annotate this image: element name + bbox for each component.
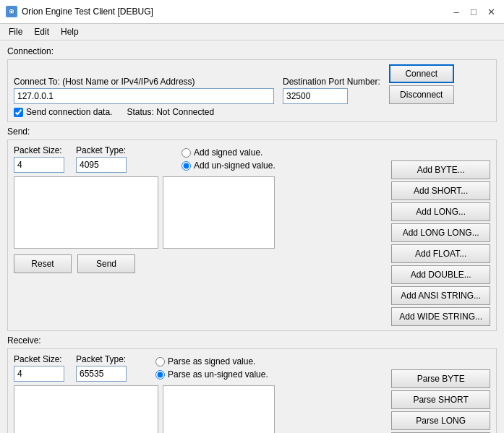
recv-textarea-right[interactable] — [163, 385, 275, 433]
add-long-long-button[interactable]: Add LONG LONG... — [391, 223, 490, 242]
add-byte-button[interactable]: Add BYTE... — [391, 160, 490, 179]
add-wide-string-button[interactable]: Add WIDE STRING... — [391, 307, 490, 326]
send-connection-checkbox[interactable] — [14, 108, 23, 117]
window-controls: – □ ✕ — [449, 4, 498, 19]
parse-long-button[interactable]: Parse LONG — [391, 411, 490, 430]
parse-byte-button[interactable]: Parse BYTE — [391, 369, 490, 388]
receive-section-label: Receive: — [7, 335, 497, 346]
app-icon: O — [6, 6, 17, 17]
svg-text:O: O — [9, 9, 14, 14]
send-reset-button[interactable]: Reset — [14, 254, 72, 273]
menu-edit[interactable]: Edit — [28, 25, 55, 38]
close-button[interactable]: ✕ — [484, 4, 498, 19]
dest-port-input[interactable] — [283, 88, 348, 104]
send-packet-type-input[interactable] — [76, 157, 127, 173]
window-title: Orion Engine Test Client [DEBUG] — [22, 7, 153, 17]
send-textarea-left[interactable] — [14, 176, 158, 249]
add-long-button[interactable]: Add LONG... — [391, 202, 490, 221]
menu-bar: File Edit Help — [0, 24, 504, 40]
disconnect-button[interactable]: Disconnect — [389, 85, 454, 104]
recv-signed-radio[interactable] — [155, 357, 165, 366]
connect-to-label: Connect To: (Host Name or IPv4/IPv6 Addr… — [14, 77, 274, 87]
send-signed-radio[interactable] — [181, 148, 191, 158]
title-bar: O Orion Engine Test Client [DEBUG] – □ ✕ — [0, 0, 504, 24]
menu-help[interactable]: Help — [55, 25, 85, 38]
send-unsigned-radio[interactable] — [181, 161, 191, 171]
recv-packet-type-input[interactable] — [76, 366, 127, 382]
recv-packet-size-input[interactable] — [14, 366, 64, 382]
dest-port-label: Destination Port Number: — [283, 77, 380, 87]
status-label: Status: Not Connected — [127, 107, 214, 117]
recv-packet-type-label: Packet Type: — [76, 354, 127, 364]
recv-unsigned-radio[interactable] — [155, 370, 165, 380]
connect-to-input[interactable] — [14, 88, 274, 104]
send-packet-type-label: Packet Type: — [76, 145, 127, 155]
recv-signed-label: Parse as signed value. — [168, 356, 255, 366]
add-float-button[interactable]: Add FLOAT... — [391, 244, 490, 263]
send-textarea-right[interactable] — [163, 176, 275, 249]
send-packet-size-label: Packet Size: — [14, 145, 64, 155]
send-connection-label: Send connection data. — [26, 107, 112, 117]
parse-short-button[interactable]: Parse SHORT — [391, 390, 490, 409]
send-send-button[interactable]: Send — [77, 254, 135, 273]
add-short-button[interactable]: Add SHORT... — [391, 181, 490, 200]
add-ansi-string-button[interactable]: Add ANSI STRING... — [391, 286, 490, 305]
send-packet-size-input[interactable] — [14, 157, 64, 173]
send-unsigned-label: Add un-signed value. — [194, 160, 276, 171]
connection-section-label: Connection: — [7, 46, 497, 56]
recv-packet-size-label: Packet Size: — [14, 354, 64, 364]
add-double-button[interactable]: Add DOUBLE... — [391, 265, 490, 284]
send-section-label: Send: — [7, 127, 497, 137]
send-signed-label: Add signed value. — [194, 147, 262, 158]
minimize-button[interactable]: – — [449, 4, 464, 19]
recv-unsigned-label: Parse as un-signed value. — [168, 369, 268, 380]
status-value: Not Connected — [156, 107, 214, 117]
recv-textarea-left[interactable] — [14, 385, 158, 433]
connect-button[interactable]: Connect — [389, 64, 454, 83]
menu-file[interactable]: File — [3, 25, 28, 38]
maximize-button[interactable]: □ — [466, 4, 481, 19]
